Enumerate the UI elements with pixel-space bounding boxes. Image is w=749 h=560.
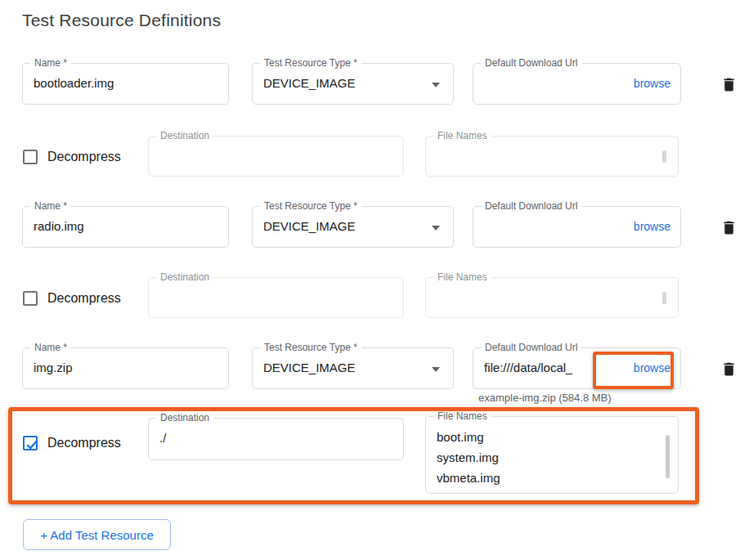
chevron-down-icon: [432, 226, 440, 231]
name-field-value: bootloader.img: [34, 76, 114, 90]
delete-button-3[interactable]: [719, 360, 738, 379]
file-names-field-3[interactable]: File Names boot.img system.img vbmeta.im…: [425, 416, 679, 494]
chevron-down-icon: [432, 367, 440, 372]
type-select-3[interactable]: Test Resource Type * DEVICE_IMAGE: [252, 347, 454, 389]
name-field-3[interactable]: Name * img.zip: [22, 347, 229, 389]
trash-icon: [720, 369, 738, 381]
type-select-value: DEVICE_IMAGE: [263, 219, 356, 233]
destination-field-label: Destination: [156, 130, 213, 142]
name-field-label: Name *: [30, 57, 71, 69]
decompress-checkbox-1[interactable]: [23, 150, 38, 164]
type-select-2[interactable]: Test Resource Type * DEVICE_IMAGE: [252, 206, 454, 248]
url-field-1[interactable]: Default Download Url browse: [473, 63, 681, 105]
browse-link-2[interactable]: browse: [634, 220, 671, 233]
file-names-field-label: File Names: [433, 271, 491, 284]
decompress-label-3[interactable]: Decompress: [47, 436, 121, 450]
scrollbar-thumb[interactable]: [662, 292, 666, 304]
type-select-1[interactable]: Test Resource Type * DEVICE_IMAGE: [252, 63, 454, 105]
type-select-label: Test Resource Type *: [260, 57, 361, 69]
chevron-down-icon: [432, 83, 440, 87]
name-field-label: Name *: [30, 200, 71, 213]
decompress-label-2[interactable]: Decompress: [47, 291, 121, 306]
file-names-field-1[interactable]: File Names: [425, 136, 679, 177]
file-names-field-label: File Names: [433, 410, 491, 423]
type-select-value: DEVICE_IMAGE: [263, 361, 356, 374]
trash-icon: [720, 84, 738, 96]
name-field-value: radio.img: [34, 219, 84, 233]
type-select-value: DEVICE_IMAGE: [263, 76, 356, 90]
name-field-1[interactable]: Name * bootloader.img: [22, 63, 229, 105]
url-field-label: Default Download Url: [481, 57, 581, 69]
destination-field-2[interactable]: Destination: [148, 277, 404, 318]
trash-icon: [720, 227, 738, 240]
type-select-label: Test Resource Type *: [260, 342, 361, 354]
browse-link-3[interactable]: browse: [634, 361, 671, 374]
url-field-2[interactable]: Default Download Url browse: [473, 206, 681, 248]
destination-field-value: ./: [159, 431, 166, 445]
url-field-label: Default Download Url: [481, 342, 581, 354]
file-names-field-value: boot.img system.img vbmeta.img: [437, 427, 500, 488]
decompress-checkbox-3[interactable]: [23, 436, 38, 450]
page-title: Test Resource Definitions: [22, 11, 221, 30]
browse-link-1[interactable]: browse: [634, 77, 671, 90]
destination-field-label: Destination: [156, 412, 213, 424]
destination-field-label: Destination: [156, 271, 213, 284]
add-test-resource-button[interactable]: + Add Test Resource: [23, 519, 171, 550]
url-field-3[interactable]: Default Download Url file:///data/local_…: [473, 347, 681, 389]
scrollbar-thumb[interactable]: [666, 435, 670, 478]
url-field-label: Default Download Url: [481, 200, 581, 213]
delete-button-2[interactable]: [719, 218, 738, 238]
test-resource-definitions-page: Test Resource Definitions Name * bootloa…: [0, 0, 749, 560]
file-info-text: example-img.zip (584.8 MB): [478, 392, 612, 404]
name-field-value: img.zip: [34, 361, 73, 374]
url-field-value: file:///data/local_: [484, 361, 572, 374]
name-field-2[interactable]: Name * radio.img: [22, 206, 229, 248]
delete-button-1[interactable]: [719, 75, 738, 95]
file-names-field-2[interactable]: File Names: [425, 277, 679, 318]
type-select-label: Test Resource Type *: [260, 200, 361, 213]
destination-field-3[interactable]: Destination ./: [148, 418, 404, 460]
scrollbar-thumb[interactable]: [662, 150, 666, 163]
name-field-label: Name *: [30, 342, 71, 354]
file-names-field-label: File Names: [433, 130, 491, 142]
destination-field-1[interactable]: Destination: [148, 136, 404, 177]
decompress-checkbox-2[interactable]: [23, 291, 38, 306]
decompress-label-1[interactable]: Decompress: [47, 150, 121, 164]
